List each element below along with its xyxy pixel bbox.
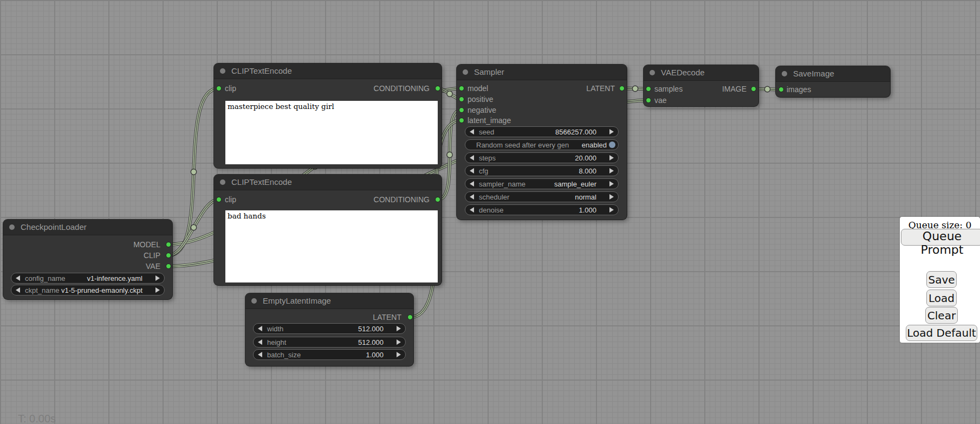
- prompt-textarea[interactable]: bad hands: [225, 210, 438, 282]
- node-title-bar[interactable]: CheckpointLoader: [3, 220, 172, 235]
- node-title-bar[interactable]: CLIPTextEncode: [214, 63, 442, 79]
- input-port-latent-image[interactable]: [459, 118, 464, 123]
- scheduler-widget[interactable]: scheduler normal: [465, 191, 619, 202]
- node-sampler[interactable]: Sampler model LATENT positive negative l…: [457, 65, 627, 220]
- decrement-arrow-icon[interactable]: [258, 326, 262, 331]
- node-clip-text-encode-positive[interactable]: CLIPTextEncode clip CONDITIONING masterp…: [214, 63, 442, 168]
- node-checkpoint-loader[interactable]: CheckpointLoader MODEL CLIP VAE config_n…: [3, 220, 172, 299]
- link-midpoint-dot[interactable]: [447, 91, 452, 97]
- output-port-clip[interactable]: [166, 253, 171, 258]
- input-port-vae[interactable]: [646, 98, 651, 103]
- ckpt-name-widget[interactable]: ckpt_name v1-5-pruned-emaonly.ckpt: [11, 285, 165, 295]
- input-port-clip[interactable]: [216, 86, 222, 91]
- slot-row: vae: [644, 95, 758, 105]
- increment-arrow-icon[interactable]: [397, 326, 401, 331]
- link-midpoint-dot[interactable]: [447, 152, 452, 157]
- output-port-vae[interactable]: [166, 264, 171, 269]
- output-port-model[interactable]: [166, 242, 171, 247]
- increment-arrow-icon[interactable]: [155, 287, 160, 293]
- input-port-model[interactable]: [459, 86, 464, 91]
- decrement-arrow-icon[interactable]: [470, 155, 474, 160]
- increment-arrow-icon[interactable]: [397, 352, 401, 357]
- input-port-samples[interactable]: [646, 86, 651, 92]
- graph-canvas[interactable]: T: 0.00s CheckpointLoader MODEL CLIP VAE…: [0, 0, 980, 424]
- decrement-arrow-icon[interactable]: [470, 129, 474, 134]
- node-title-bar[interactable]: CLIPTextEncode: [214, 175, 442, 190]
- decrement-arrow-icon[interactable]: [470, 168, 474, 174]
- decrement-arrow-icon[interactable]: [470, 194, 474, 200]
- link-midpoint-dot[interactable]: [191, 224, 196, 230]
- clear-button[interactable]: Clear: [925, 307, 958, 324]
- node-vae-decode[interactable]: VAEDecode samples IMAGE vae: [644, 65, 758, 106]
- collapse-dot-icon[interactable]: [251, 298, 257, 304]
- save-button[interactable]: Save: [926, 271, 957, 288]
- link-wire: [168, 88, 219, 255]
- decrement-arrow-icon[interactable]: [258, 339, 262, 345]
- config-name-widget[interactable]: config_name v1-inference.yaml: [11, 273, 165, 284]
- node-save-image[interactable]: SaveImage images: [776, 66, 890, 97]
- node-title-bar[interactable]: Sampler: [457, 65, 627, 80]
- width-widget[interactable]: width 512.000: [253, 323, 406, 334]
- widget-label: steps: [479, 154, 496, 162]
- link-midpoint-dot[interactable]: [764, 86, 770, 92]
- steps-widget[interactable]: steps 20.000: [465, 152, 619, 163]
- slot-row: clip CONDITIONING: [214, 83, 442, 93]
- denoise-widget[interactable]: denoise 1.000: [465, 204, 619, 215]
- input-port-images[interactable]: [778, 87, 784, 92]
- node-title: CLIPTextEncode: [231, 175, 292, 190]
- increment-arrow-icon[interactable]: [609, 181, 614, 187]
- increment-arrow-icon[interactable]: [609, 129, 614, 134]
- decrement-arrow-icon[interactable]: [258, 352, 262, 357]
- link-midpoint-dot[interactable]: [632, 86, 638, 91]
- collapse-dot-icon[interactable]: [9, 224, 15, 230]
- collapse-dot-icon[interactable]: [650, 70, 655, 75]
- node-empty-latent-image[interactable]: EmptyLatentImage LATENT width 512.000 he…: [245, 293, 413, 366]
- increment-arrow-icon[interactable]: [609, 194, 614, 200]
- node-title-bar[interactable]: EmptyLatentImage: [245, 293, 413, 309]
- widget-label: cfg: [479, 167, 488, 175]
- cfg-widget[interactable]: cfg 8.000: [465, 165, 619, 176]
- queue-panel: Queue size: 0 Queue Prompt Save Load Cle…: [900, 217, 980, 343]
- input-label: negative: [468, 105, 496, 115]
- decrement-arrow-icon[interactable]: [470, 181, 474, 187]
- prompt-textarea[interactable]: masterpiece best quality girl: [225, 101, 438, 164]
- input-port-positive[interactable]: [459, 97, 464, 102]
- node-title-bar[interactable]: SaveImage: [776, 66, 890, 82]
- output-port-latent[interactable]: [407, 314, 413, 320]
- input-port-negative[interactable]: [459, 107, 464, 113]
- input-label: samples: [654, 84, 683, 94]
- height-widget[interactable]: height 512.000: [253, 337, 406, 348]
- increment-arrow-icon[interactable]: [609, 168, 614, 174]
- sampler-name-widget[interactable]: sampler_name sample_euler: [465, 178, 619, 189]
- collapse-dot-icon[interactable]: [463, 69, 468, 75]
- node-clip-text-encode-negative[interactable]: CLIPTextEncode clip CONDITIONING bad han…: [214, 175, 442, 285]
- output-port-conditioning[interactable]: [435, 197, 440, 202]
- node-title: SaveImage: [793, 66, 834, 81]
- increment-arrow-icon[interactable]: [609, 155, 614, 160]
- toggle-dot-icon[interactable]: [609, 142, 615, 148]
- input-port-clip[interactable]: [216, 197, 222, 202]
- output-port-latent[interactable]: [619, 86, 625, 91]
- seed-widget[interactable]: seed 8566257.000: [465, 126, 619, 137]
- collapse-dot-icon[interactable]: [220, 68, 225, 74]
- input-label: positive: [468, 94, 493, 104]
- output-port-image[interactable]: [751, 86, 756, 92]
- increment-arrow-icon[interactable]: [397, 339, 401, 345]
- increment-arrow-icon[interactable]: [609, 207, 614, 213]
- decrement-arrow-icon[interactable]: [16, 287, 20, 293]
- link-wire: [168, 88, 219, 255]
- decrement-arrow-icon[interactable]: [16, 275, 20, 281]
- decrement-arrow-icon[interactable]: [470, 207, 474, 213]
- queue-prompt-button[interactable]: Queue Prompt: [901, 229, 980, 246]
- batch-size-widget[interactable]: batch_size 1.000: [253, 349, 406, 360]
- random-seed-toggle[interactable]: Random seed after every gen enabled: [465, 139, 619, 150]
- output-port-conditioning[interactable]: [435, 86, 440, 91]
- increment-arrow-icon[interactable]: [155, 275, 160, 281]
- slot-row: negative: [457, 105, 627, 115]
- link-midpoint-dot[interactable]: [191, 169, 196, 175]
- node-title-bar[interactable]: VAEDecode: [644, 65, 758, 81]
- collapse-dot-icon[interactable]: [782, 71, 787, 76]
- collapse-dot-icon[interactable]: [220, 179, 225, 185]
- load-default-button[interactable]: Load Default: [906, 325, 977, 341]
- load-button[interactable]: Load: [926, 290, 957, 306]
